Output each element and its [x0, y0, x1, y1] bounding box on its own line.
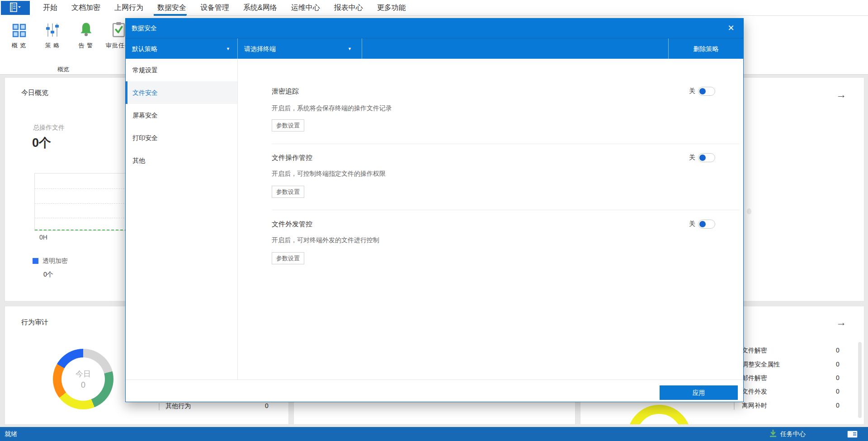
- chevron-down-icon: ▼: [226, 38, 230, 59]
- stat-label: 总操作文件: [33, 124, 65, 132]
- policy-dropdown[interactable]: 默认策略 ▼: [126, 38, 238, 59]
- toggle-switch[interactable]: [698, 87, 715, 96]
- modal-toolbar: 默认策略 ▼ 请选择终端 ▼ 删除策略: [126, 38, 743, 59]
- row-value: 0: [836, 361, 840, 368]
- menu-item-report-center[interactable]: 报表中心: [334, 3, 363, 13]
- delete-policy-button[interactable]: 删除策略: [668, 38, 743, 59]
- close-icon[interactable]: ✕: [725, 19, 737, 38]
- row-label: 文件外发: [742, 388, 767, 396]
- task-center-button[interactable]: 任务中心: [769, 427, 806, 441]
- toggle-knob: [699, 88, 706, 94]
- donut-center: 今日 0: [61, 357, 105, 401]
- policy-sliders-icon: [38, 19, 67, 38]
- apply-button[interactable]: 应用: [660, 385, 738, 400]
- ribbon-tool-alert[interactable]: 告 警: [71, 19, 100, 54]
- footer-divider: [126, 380, 743, 380]
- background-pin-artifact: [747, 208, 751, 214]
- list-scrollbar[interactable]: [858, 342, 862, 418]
- menu-item-start[interactable]: 开始: [43, 3, 57, 13]
- toggle-switch[interactable]: [698, 153, 715, 162]
- arrow-right-icon[interactable]: →: [836, 317, 846, 328]
- terminal-dropdown[interactable]: 请选择终端 ▼: [238, 38, 362, 59]
- status-bar: 就绪 任务中心: [0, 427, 868, 441]
- row-value: 0: [265, 402, 269, 409]
- mail-icon[interactable]: [847, 431, 858, 440]
- row-value: 0: [836, 388, 840, 395]
- task-center-label: 任务中心: [780, 430, 806, 438]
- file-operation-toggle[interactable]: 关: [689, 153, 715, 162]
- nav-item-other[interactable]: 其他: [126, 149, 237, 172]
- tool-label: 策 略: [38, 42, 67, 50]
- alert-bell-icon: [71, 19, 100, 38]
- toggle-state-label: 关: [689, 87, 695, 95]
- section-title: 文件操作管控: [272, 154, 312, 162]
- menu-item-ops-center[interactable]: 运维中心: [291, 3, 320, 13]
- toggle-knob: [699, 221, 706, 227]
- menu-item-device-mgmt[interactable]: 设备管理: [200, 3, 229, 13]
- menu-item-system-network[interactable]: 系统&网络: [243, 3, 277, 13]
- app-menu-button[interactable]: [1, 1, 30, 15]
- policy-dropdown-value: 默认策略: [132, 45, 157, 52]
- file-outgoing-toggle[interactable]: 关: [689, 220, 715, 229]
- row-value: 0: [836, 402, 840, 409]
- overview-grid-icon: [5, 19, 33, 38]
- row-label: 离网补时: [742, 402, 767, 410]
- row-label: 邮件解密: [742, 374, 767, 382]
- nav-item-file-security[interactable]: 文件安全: [126, 81, 237, 104]
- row-value: 0: [836, 347, 840, 354]
- ribbon-tool-overview[interactable]: 概 览: [5, 19, 33, 54]
- row-divider: [159, 403, 160, 410]
- legend-label: 透明加密: [42, 257, 68, 265]
- toggle-state-label: 关: [689, 220, 695, 228]
- modal-content: 泄密追踪 关 开启后，系统将会保存终端的操作文件记录 参数设置 文件操作管控 关…: [238, 59, 744, 380]
- section-title: 文件外发管控: [272, 220, 312, 229]
- toggle-state-label: 关: [689, 154, 695, 162]
- row-value: 0: [836, 374, 840, 381]
- section-divider: [272, 210, 740, 210]
- param-settings-button[interactable]: 参数设置: [272, 252, 304, 264]
- behavior-donut: 今日 0: [53, 349, 113, 409]
- param-settings-button[interactable]: 参数设置: [272, 186, 304, 198]
- donut-center-value: 0: [81, 380, 85, 390]
- ribbon-group-label: 概览: [0, 66, 127, 74]
- param-settings-button[interactable]: 参数设置: [272, 119, 304, 131]
- chevron-down-icon: ▼: [348, 38, 352, 59]
- card-title: 今日概览: [21, 89, 48, 97]
- partial-donut: [627, 405, 691, 425]
- legend-swatch: [33, 258, 38, 264]
- tool-label: 告 警: [71, 42, 100, 50]
- stat-value: 0个: [32, 135, 51, 151]
- menu-item-data-security[interactable]: 数据安全: [157, 3, 186, 13]
- donut-center-label: 今日: [75, 369, 91, 379]
- nav-item-general[interactable]: 常规设置: [126, 59, 237, 81]
- terminal-dropdown-value: 请选择终端: [244, 45, 276, 52]
- menu-item-web-behavior[interactable]: 上网行为: [114, 3, 143, 13]
- toggle-knob: [699, 155, 706, 161]
- section-divider: [272, 144, 740, 144]
- modal-nav: 常规设置 文件安全 屏幕安全 打印安全 其他: [126, 59, 238, 380]
- section-description: 开启后，可对终端外发的文件进行控制: [272, 236, 379, 244]
- toggle-switch[interactable]: [698, 220, 715, 229]
- section-description: 开启后，可控制终端指定文件的操作权限: [272, 170, 386, 178]
- row-label: 文件解密: [742, 347, 767, 355]
- card-title: 行为审计: [21, 318, 48, 327]
- nav-item-print-security[interactable]: 打印安全: [126, 127, 237, 149]
- menu-item-doc-encrypt[interactable]: 文档加密: [71, 3, 100, 13]
- modal-title: 数据安全: [132, 24, 157, 32]
- section-title: 泄密追踪: [272, 87, 299, 96]
- document-menu-icon: [9, 2, 21, 14]
- row-label: 其他行为: [165, 402, 191, 410]
- data-security-modal: 数据安全 ✕ 默认策略 ▼ 请选择终端 ▼ 删除策略 常规设置 文件安全 屏幕安…: [125, 18, 744, 402]
- menu-item-more[interactable]: 更多功能: [377, 3, 406, 13]
- legend-value: 0个: [43, 271, 53, 279]
- download-icon: [769, 430, 777, 439]
- tool-label: 概 览: [5, 42, 33, 50]
- leak-trace-toggle[interactable]: 关: [689, 87, 715, 96]
- arrow-right-icon[interactable]: →: [836, 89, 846, 100]
- row-divider: [734, 403, 735, 410]
- x-axis-tick: 0H: [39, 234, 47, 241]
- section-description: 开启后，系统将会保存终端的操作文件记录: [272, 104, 392, 113]
- ribbon-tool-policy[interactable]: 策 略: [38, 19, 67, 54]
- nav-item-screen-security[interactable]: 屏幕安全: [126, 104, 237, 127]
- status-ready-text: 就绪: [5, 427, 17, 441]
